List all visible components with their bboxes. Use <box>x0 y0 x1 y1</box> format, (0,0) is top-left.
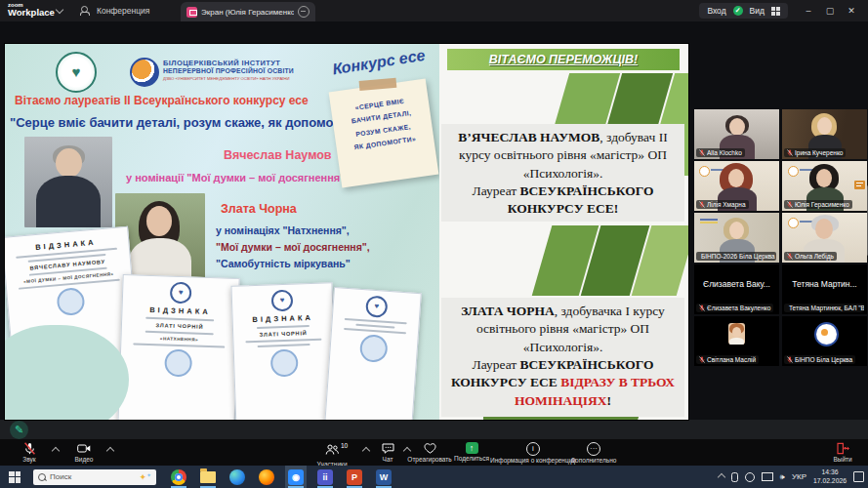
video-tile-yuliya-herasymenko[interactable]: Юлія Герасименко <box>782 161 867 211</box>
participant-display-name: Єлизавета Ваку... <box>694 279 779 289</box>
taskbar-app-explorer[interactable] <box>197 466 219 488</box>
mic-muted-icon <box>787 356 793 363</box>
tab-screen-share[interactable]: Экран (Юлія Герасименко) <box>181 2 315 21</box>
sharing-badge <box>854 181 865 189</box>
video-options-chevron[interactable] <box>106 447 114 455</box>
login-button[interactable]: Вход <box>707 6 725 16</box>
quote-note-paper: «СЕРЦЕ ВМІЄ БАЧИТИ ДЕТАЛІ, РОЗУМ СКАЖЕ, … <box>329 79 439 188</box>
taskbar-search[interactable]: Поиск ✦✦ <box>33 469 156 485</box>
desktop: zoom Workplace Конференция Экран (Юлія Г… <box>0 0 868 488</box>
mic-muted-icon <box>787 149 793 156</box>
annotate-button[interactable]: ✎ <box>10 421 28 439</box>
mic-muted-icon <box>787 201 793 208</box>
language-indicator[interactable]: УКР <box>792 472 806 481</box>
tray-app-icon[interactable] <box>745 472 755 482</box>
participants-button[interactable]: 10 Участники <box>305 442 359 468</box>
video-tile-yelyzaveta-vakulenko[interactable]: Єлизавета Ваку... Єлизавета Вакуленко <box>694 264 779 314</box>
certificate-zlata-1: ♥ ВІДЗНАКА ЗЛАТІ ЧОРНІЙ «НАТХНЕННЯ» <box>117 274 239 420</box>
participant-display-name: Тетяна Мартин... <box>782 279 867 289</box>
close-button[interactable]: ✕ <box>841 2 862 20</box>
clock-time: 14:36 <box>813 468 847 476</box>
video-tile-binpo-logo[interactable]: БІНПО Біла Церква <box>782 316 867 366</box>
windows-taskbar: Поиск ✦✦ ◉ ii P W 🕪 УКР 14:36 17.02.2026 <box>0 466 868 488</box>
video-tile-tetyana-martynyuk[interactable]: Тетяна Мартин... Тетяна Мартинюк, БАЛ "В… <box>782 264 867 314</box>
participant-name-label: Ірина Кучеренко <box>784 148 846 157</box>
action-center-icon[interactable] <box>853 471 864 482</box>
mic-muted-icon <box>787 253 793 260</box>
winners-banner: ВІТАЄМО ПЕРЕМОЖЦІВ! <box>447 49 680 70</box>
taskbar-app-firefox[interactable] <box>256 466 277 488</box>
certificate-stamp <box>164 349 192 378</box>
tray-mic-icon[interactable] <box>731 472 738 482</box>
minimize-button[interactable]: – <box>798 2 819 20</box>
teams-icon: ii <box>317 469 333 485</box>
view-button[interactable]: Вид <box>750 6 765 16</box>
participant-name-label: Тетяна Мартинюк, БАЛ "В... <box>784 304 864 312</box>
firefox-icon <box>259 469 274 485</box>
photo-vyacheslav <box>24 137 112 227</box>
laurel-wreath-icon: ♥ <box>365 295 388 317</box>
chat-button[interactable]: Чат <box>373 442 402 463</box>
zoom-toolbar: Звук Видео 10 Участники Чат Отреагироват… <box>0 439 868 466</box>
system-tray: 🕪 УКР 14:36 17.02.2026 <box>719 466 864 488</box>
share-screen-icon: ↑ <box>466 442 478 454</box>
participant-name-label: Ольга Лебідь <box>784 252 837 261</box>
taskbar-app-chrome[interactable] <box>168 466 189 488</box>
taskbar-app-teams[interactable]: ii <box>314 466 336 488</box>
mute-button[interactable]: Звук <box>10 442 49 463</box>
share-screen-button[interactable]: ↑ Поделиться <box>451 442 492 462</box>
more-button[interactable]: ··· Дополнительно <box>562 442 625 464</box>
maximize-button[interactable]: ▢ <box>819 2 841 20</box>
video-tile-svitlana-masliy[interactable]: Світлана Маслій <box>694 316 779 366</box>
video-button[interactable]: Видео <box>64 442 103 463</box>
winner2-nomination-3: "Самобутність міркувань" <box>216 258 435 269</box>
video-tile-binpo-2026[interactable]: БІНПО-2026 Біла Церква <box>694 213 779 263</box>
zoom-workplace-logo: zoom Workplace <box>8 2 55 18</box>
taskbar-clock[interactable]: 14:36 17.02.2026 <box>813 468 847 485</box>
camera-icon <box>77 442 91 455</box>
mic-muted-icon <box>699 305 705 311</box>
taskbar-app-zoom[interactable]: ◉ <box>285 466 307 488</box>
taskbar-app-powerpoint[interactable]: P <box>344 466 365 488</box>
word-icon: W <box>376 469 392 485</box>
clock-date: 17.02.2026 <box>813 477 847 485</box>
video-tile-iryna-kucherenko[interactable]: Ірина Кучеренко <box>782 109 867 159</box>
search-highlights-icon: ✦✦ <box>139 472 151 482</box>
video-tile-olha-lebid[interactable]: Ольга Лебідь <box>782 213 867 263</box>
video-tile-alla-klochko[interactable]: Alla Klochko <box>694 109 779 159</box>
video-tile-liliya-khmarna[interactable]: Лілія Хмарна <box>694 161 779 211</box>
certificate-stamp <box>270 349 299 378</box>
participant-name-label: Лілія Хмарна <box>696 200 749 209</box>
info-icon: i <box>526 442 540 456</box>
tray-expand-chevron[interactable] <box>718 472 725 480</box>
taskbar-app-word[interactable]: W <box>373 466 394 488</box>
avatar <box>728 323 745 345</box>
tray-volume-icon[interactable]: 🕪 <box>780 472 785 482</box>
institute-name-line1: БІЛОЦЕРКІВСЬКИЙ ІНСТИТУТ <box>163 59 339 67</box>
taskbar-app-edge[interactable] <box>227 466 248 488</box>
institute-name-line2: НЕПЕРЕРВНОЇ ПРОФЕСІЙНОЇ ОСВІТИ <box>163 67 339 74</box>
psychology-emblem-icon: ♥ <box>56 52 97 93</box>
institute-logo-icon <box>130 58 159 87</box>
view-grid-icon[interactable] <box>771 7 780 16</box>
leave-button[interactable]: Выйти <box>823 442 862 463</box>
participant-name-label: БІНПО-2026 Біла Церква <box>696 252 776 261</box>
tab-options-icon[interactable] <box>298 6 310 18</box>
tab-meeting[interactable]: Конференция <box>80 0 149 21</box>
certificate-partial: ♥ <box>324 287 422 420</box>
winner2-name: Злата Чорна <box>221 202 297 216</box>
tray-display-icon[interactable] <box>762 472 773 481</box>
institute-subtitle: ДЗВО «УНІВЕРСИТЕТ МЕНЕДЖМЕНТУ ОСВІТИ» НА… <box>163 76 339 81</box>
winner1-name: Вячеслав Наумов <box>224 148 332 162</box>
mute-options-chevron[interactable] <box>52 447 60 455</box>
poster-left: ♥ БІЛОЦЕРКІВСЬКИЙ ІНСТИТУТ НЕПЕРЕРВНОЇ П… <box>5 44 439 420</box>
participant-name-label: Alla Klochko <box>696 148 745 157</box>
participants-options-chevron[interactable] <box>362 447 370 455</box>
winner1-text-block: В’ЯЧЕСЛАВ НАУМОВ, здобувач ІІ курсу осві… <box>441 124 684 222</box>
shared-slide: ♥ БІЛОЦЕРКІВСЬКИЙ ІНСТИТУТ НЕПЕРЕРВНОЇ П… <box>5 44 688 420</box>
start-button[interactable] <box>9 471 21 483</box>
react-button[interactable]: Отреагировать <box>402 442 457 463</box>
search-icon <box>38 473 46 481</box>
chevron-down-icon[interactable] <box>56 6 63 14</box>
certificate-zlata-2: ♥ ВІДЗНАКА ЗЛАТІ ЧОРНІЙ <box>230 282 337 420</box>
